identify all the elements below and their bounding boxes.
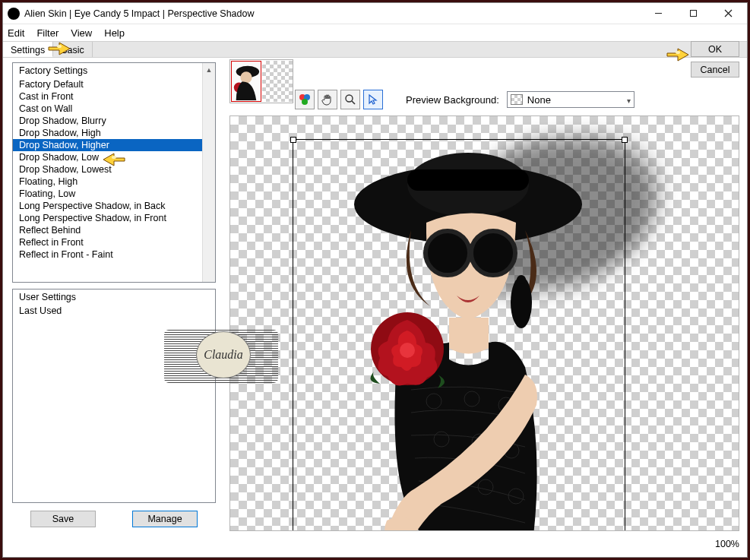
- factory-item[interactable]: Drop Shadow, Higher: [13, 139, 215, 151]
- factory-item[interactable]: Drop Shadow, Lowest: [13, 163, 215, 176]
- menu-help[interactable]: Help: [104, 27, 125, 39]
- factory-item[interactable]: Reflect in Front: [13, 236, 215, 248]
- preview-bg-value: None: [527, 94, 551, 106]
- menu-edit[interactable]: Edit: [8, 27, 24, 39]
- factory-item[interactable]: Cast in Front: [13, 90, 215, 103]
- factory-settings-list[interactable]: ▲ Factory Settings Factory DefaultCast i…: [12, 62, 216, 283]
- tab-basic[interactable]: Basic: [53, 42, 93, 57]
- checker-swatch-icon: [511, 94, 523, 105]
- window-title: Alien Skin | Eye Candy 5 Impact | Perspe…: [24, 8, 641, 19]
- minimize-button[interactable]: [641, 5, 676, 23]
- close-button[interactable]: [710, 5, 745, 23]
- factory-item[interactable]: Long Perspective Shadow, in Back: [13, 200, 215, 212]
- factory-item[interactable]: Drop Shadow, Low: [13, 151, 215, 163]
- preview-bg-select[interactable]: None ▾: [507, 91, 634, 108]
- settings-panel: ▲ Factory Settings Factory DefaultCast i…: [12, 62, 216, 551]
- svg-rect-1: [690, 11, 696, 17]
- menu-filter[interactable]: Filter: [36, 27, 59, 39]
- factory-item[interactable]: Cast on Wall: [13, 103, 215, 115]
- preview-toolbar: Preview Background: None ▾: [295, 90, 634, 109]
- factory-item[interactable]: Floating, High: [13, 176, 215, 188]
- preview-image: [297, 131, 624, 531]
- handle-top-left[interactable]: [290, 137, 296, 143]
- user-settings-list[interactable]: User Settings Last Used: [12, 289, 216, 503]
- preview-canvas[interactable]: [229, 115, 739, 531]
- factory-item[interactable]: Long Perspective Shadow, in Front: [13, 212, 215, 224]
- factory-item[interactable]: Drop Shadow, Blurry: [13, 115, 215, 127]
- svg-point-20: [511, 277, 532, 328]
- user-item[interactable]: Last Used: [13, 305, 215, 317]
- factory-list-scrollbar[interactable]: ▲: [202, 63, 215, 282]
- manage-button[interactable]: Manage: [132, 511, 198, 527]
- menu-view[interactable]: View: [71, 27, 92, 39]
- user-settings-header: User Settings: [13, 289, 215, 305]
- factory-item[interactable]: Drop Shadow, High: [13, 127, 215, 139]
- svg-rect-14: [407, 169, 529, 191]
- thumbnail-effect: [262, 61, 293, 102]
- zoom-level: 100%: [715, 539, 739, 549]
- factory-item[interactable]: Reflect Behind: [13, 224, 215, 236]
- app-icon: [8, 8, 20, 20]
- menubar: Edit Filter View Help: [3, 24, 747, 41]
- window-controls: [641, 5, 745, 23]
- preview-bg-label: Preview Background:: [406, 94, 499, 106]
- factory-item[interactable]: Floating, Low: [13, 188, 215, 200]
- ok-button[interactable]: OK: [691, 41, 739, 57]
- save-button[interactable]: Save: [30, 511, 96, 527]
- color-picker-tool[interactable]: [295, 90, 315, 109]
- zoom-tool[interactable]: [340, 90, 360, 109]
- hand-tool[interactable]: [318, 90, 337, 109]
- tabstrip: Settings Basic OK Cancel: [3, 41, 747, 58]
- preview-thumbnail[interactable]: [229, 59, 293, 103]
- maximize-button[interactable]: [676, 5, 710, 23]
- app-window: Alien Skin | Eye Candy 5 Impact | Perspe…: [2, 2, 748, 558]
- factory-item[interactable]: Reflect in Front - Faint: [13, 248, 215, 261]
- scroll-up-icon[interactable]: ▲: [203, 63, 215, 76]
- svg-point-21: [517, 275, 526, 284]
- factory-settings-header: Factory Settings: [13, 63, 215, 78]
- svg-point-32: [400, 343, 415, 358]
- dialog-body: ▲ Factory Settings Factory DefaultCast i…: [3, 58, 747, 557]
- svg-line-11: [352, 101, 355, 104]
- titlebar: Alien Skin | Eye Candy 5 Impact | Perspe…: [3, 3, 747, 24]
- thumbnail-original: [231, 61, 261, 102]
- svg-point-10: [346, 95, 353, 102]
- svg-point-9: [302, 99, 308, 105]
- svg-point-5: [240, 71, 252, 83]
- chevron-down-icon: ▾: [627, 96, 631, 105]
- preview-area: Preview Background: None ▾: [229, 62, 739, 551]
- factory-item[interactable]: Factory Default: [13, 78, 215, 90]
- pointer-tool[interactable]: [363, 90, 383, 109]
- tab-settings[interactable]: Settings: [3, 42, 53, 57]
